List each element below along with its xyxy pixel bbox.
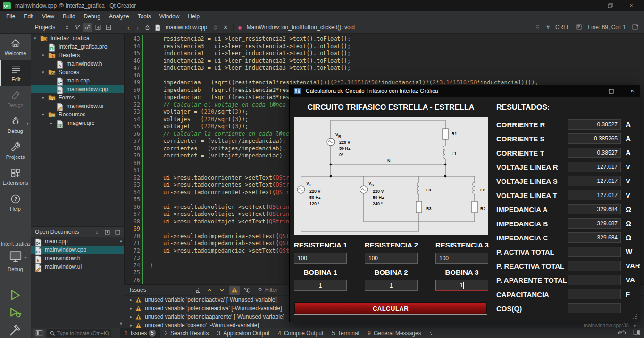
output-tab-application-output[interactable]: 3Application Output bbox=[213, 328, 274, 338]
result-field[interactable]: 0.38527 bbox=[568, 119, 621, 130]
docs-close-icon[interactable] bbox=[113, 227, 122, 237]
sidebar-mode-welcome[interactable]: Welcome bbox=[0, 34, 31, 60]
calcular-button[interactable]: CALCULAR bbox=[294, 302, 487, 315]
menu-help[interactable]: Help bbox=[184, 12, 204, 21]
tree-item-sources[interactable]: ▾C+Sources bbox=[31, 68, 124, 76]
expander-open-icon[interactable]: ▾ bbox=[42, 95, 48, 100]
tree-item-mainwindow-ui[interactable]: mainwindow.ui bbox=[31, 102, 124, 110]
symbol-sort-icon[interactable] bbox=[535, 24, 541, 31]
dialog-minimize-button[interactable]: – bbox=[581, 85, 597, 97]
dialog-resize-grip[interactable] bbox=[632, 314, 638, 320]
close-pane-icon[interactable] bbox=[104, 23, 113, 32]
tree-item-main-cpp[interactable]: C+main.cpp bbox=[31, 76, 124, 85]
split-editor-icon[interactable] bbox=[632, 24, 638, 32]
expander-open-icon[interactable]: ▾ bbox=[42, 70, 48, 74]
code-line-46[interactable]: 46 inductancia2 = ui->leer_inductancia2-… bbox=[125, 58, 644, 65]
resistencia-input[interactable]: 100 bbox=[435, 253, 488, 264]
code-line-47[interactable]: 47 inductancia3 = ui->leer_inductancia3-… bbox=[125, 65, 644, 72]
pane-selector[interactable]: Projects bbox=[35, 24, 55, 31]
next-issue-icon[interactable] bbox=[217, 286, 227, 295]
clean-issues-icon[interactable] bbox=[192, 286, 203, 295]
result-field[interactable]: 329.687 bbox=[568, 218, 621, 229]
menu-view[interactable]: View bbox=[38, 12, 59, 21]
expander-open-icon[interactable]: ▾ bbox=[42, 53, 48, 58]
toggle-left-sidebar-icon[interactable] bbox=[33, 329, 45, 338]
result-field[interactable] bbox=[568, 275, 621, 285]
sidebar-mode-debug[interactable]: Debug▸ bbox=[0, 112, 31, 138]
debug-run-button[interactable] bbox=[7, 305, 23, 320]
tree-item-forms[interactable]: ▾Forms bbox=[31, 93, 124, 102]
tree-item-mainwindow-h[interactable]: hmainwindow.h bbox=[31, 59, 124, 68]
window-restore-button[interactable] bbox=[602, 0, 618, 10]
output-tab-compile-output[interactable]: 4Compile Output bbox=[274, 328, 327, 338]
mode-flyout-arrow[interactable]: ▸ bbox=[27, 121, 29, 126]
dialog-close-button[interactable]: × bbox=[624, 85, 640, 97]
expander-open-icon[interactable]: ▾ bbox=[42, 112, 48, 117]
sidebar-mode-extensions[interactable]: Extensions bbox=[0, 164, 31, 190]
bobina-input[interactable]: 1 bbox=[294, 280, 347, 291]
open-documents-title[interactable]: Open Documents bbox=[35, 229, 79, 235]
dialog-titlebar[interactable]: Cálculadora de Circuito Trifásico con In… bbox=[290, 85, 640, 97]
go-forward-icon[interactable]: › bbox=[133, 24, 142, 32]
close-document-icon[interactable]: × bbox=[221, 23, 230, 32]
expander-closed-icon[interactable]: ▸ bbox=[50, 121, 56, 125]
tree-item-imagen-qrc[interactable]: ▸imagen.qrc bbox=[31, 119, 124, 127]
result-field[interactable]: 0.38527 bbox=[568, 148, 621, 158]
menu-analyze[interactable]: Analyze bbox=[105, 12, 134, 21]
sidebar-mode-projects[interactable]: Projects bbox=[0, 138, 31, 164]
result-field[interactable]: 127.017 bbox=[568, 162, 621, 172]
pane-sort-icon[interactable] bbox=[62, 23, 72, 32]
tree-item-mainwindow-cpp[interactable]: C+mainwindow.cpp bbox=[31, 85, 124, 93]
locator-input[interactable]: Type to locate (Ctrl+K) bbox=[47, 329, 111, 337]
result-field[interactable] bbox=[568, 247, 621, 257]
result-field[interactable] bbox=[568, 303, 621, 313]
output-tab-issues[interactable]: 1Issues5 bbox=[120, 328, 160, 338]
menu-window[interactable]: Window bbox=[155, 12, 184, 21]
output-tab-search-results[interactable]: 2Search Results bbox=[160, 328, 213, 338]
code-line-45[interactable]: 45 inductancia1 = ui->leer_inductancia1-… bbox=[125, 50, 644, 58]
synchronize-with-editor-icon[interactable] bbox=[83, 23, 92, 32]
result-field[interactable]: 127.017 bbox=[568, 190, 621, 200]
open-doc-mainwindow-cpp[interactable]: C+mainwindow.cpp bbox=[31, 246, 124, 254]
open-doc-mainwindow-ui[interactable]: mainwindow.ui bbox=[31, 263, 124, 271]
tree-item-headers[interactable]: ▾hHeaders bbox=[31, 51, 124, 59]
menu-build[interactable]: Build bbox=[59, 12, 80, 21]
file-dropdown-arrows-icon[interactable] bbox=[210, 23, 220, 32]
result-field[interactable]: 0.385265 bbox=[568, 133, 621, 144]
window-minimize-button[interactable]: – bbox=[581, 0, 596, 10]
menu-file[interactable]: File bbox=[2, 12, 19, 21]
output-tab-general-messages[interactable]: 9General Messages bbox=[363, 328, 425, 338]
filter-issues-icon[interactable] bbox=[242, 286, 252, 295]
build-progress-icon[interactable] bbox=[617, 329, 627, 338]
tree-item-resources[interactable]: ▾Resources bbox=[31, 110, 124, 119]
tree-item-interfaz_grafica-pro[interactable]: QtInterfaz_grafica.pro bbox=[31, 42, 124, 51]
resistencia-input[interactable]: 100 bbox=[294, 253, 347, 264]
open-doc-mainwindow-h[interactable]: hmainwindow.h bbox=[31, 254, 124, 263]
open-doc-main-cpp[interactable]: C+main.cpp bbox=[31, 237, 124, 246]
line-ending-selector[interactable]: CRLF bbox=[555, 24, 570, 31]
dialog-maximize-button[interactable] bbox=[603, 85, 619, 97]
run-button[interactable] bbox=[7, 288, 23, 303]
sidebar-mode-help[interactable]: ?Help bbox=[0, 190, 31, 215]
result-field[interactable] bbox=[568, 289, 621, 299]
issue-expander-icon[interactable]: ▸ bbox=[128, 323, 134, 328]
code-line-48[interactable]: 48 bbox=[125, 72, 644, 80]
issues-filter-input[interactable]: Filter bbox=[258, 287, 278, 293]
docs-split-icon[interactable] bbox=[102, 227, 112, 237]
window-close-button[interactable]: × bbox=[624, 0, 639, 10]
issue-expander-icon[interactable]: ▸ bbox=[128, 314, 134, 319]
result-field[interactable]: 329.684 bbox=[568, 232, 621, 243]
code-line-43[interactable]: 43 resistencia2 = ui->leer_resistencia2-… bbox=[125, 35, 644, 43]
code-line-44[interactable]: 44 resistencia3 = ui->leer_resistencia3-… bbox=[125, 43, 644, 50]
expander-open-icon[interactable]: ▾ bbox=[34, 36, 40, 41]
bobina-input[interactable]: 1 bbox=[435, 280, 488, 291]
result-field[interactable]: 127.017 bbox=[568, 176, 621, 186]
result-field[interactable]: 329.684 bbox=[568, 204, 621, 214]
issue-expander-icon[interactable]: ▸ bbox=[128, 306, 134, 311]
result-field[interactable] bbox=[568, 261, 621, 271]
symbol-dropdown[interactable]: MainWindow::on_toolButton_clicked(): voi… bbox=[247, 24, 355, 31]
line-number-toggle[interactable]: # bbox=[546, 24, 550, 31]
resistencia-input[interactable]: 100 bbox=[365, 253, 418, 264]
bobina-input[interactable]: 1 bbox=[365, 280, 418, 291]
output-panes-menu-icon[interactable] bbox=[427, 329, 436, 338]
